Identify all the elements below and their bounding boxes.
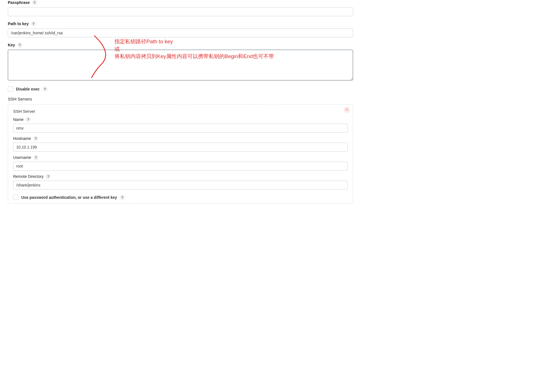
- help-icon[interactable]: ?: [31, 21, 36, 26]
- passphrase-label: Passphrase: [8, 0, 30, 5]
- path-to-key-label: Path to key: [8, 21, 29, 26]
- help-icon[interactable]: ?: [120, 195, 125, 200]
- help-icon[interactable]: ?: [17, 42, 22, 47]
- path-to-key-input[interactable]: [8, 28, 353, 37]
- help-icon[interactable]: ?: [33, 136, 38, 141]
- ssh-server-panel-title: SSH Server: [13, 109, 348, 114]
- passphrase-input[interactable]: [8, 7, 353, 16]
- server-hostname-input[interactable]: [13, 143, 348, 152]
- server-remotedir-input[interactable]: [13, 181, 348, 190]
- disable-exec-checkbox[interactable]: [8, 86, 13, 92]
- help-icon[interactable]: ?: [32, 0, 37, 5]
- use-password-label: Use password authentication, or use a di…: [21, 195, 117, 200]
- server-name-input[interactable]: [13, 124, 348, 133]
- server-remotedir-label: Remote Directory: [13, 174, 44, 179]
- help-icon[interactable]: ?: [26, 117, 31, 122]
- ssh-server-panel: × SSH Server Name ? Hostname ? Username …: [8, 104, 353, 204]
- disable-exec-label: Disable exec: [16, 87, 40, 91]
- server-username-label: Username: [13, 155, 31, 160]
- help-icon[interactable]: ?: [42, 87, 47, 92]
- server-username-input[interactable]: [13, 162, 348, 171]
- help-icon[interactable]: ?: [46, 174, 51, 179]
- ssh-servers-title: SSH Servers: [8, 97, 353, 101]
- server-name-label: Name: [13, 117, 23, 122]
- help-icon[interactable]: ?: [34, 155, 39, 160]
- key-textarea[interactable]: [8, 50, 353, 80]
- close-icon[interactable]: ×: [344, 107, 350, 113]
- key-label: Key: [8, 43, 15, 47]
- server-hostname-label: Hostname: [13, 136, 31, 141]
- use-password-checkbox[interactable]: [13, 195, 18, 200]
